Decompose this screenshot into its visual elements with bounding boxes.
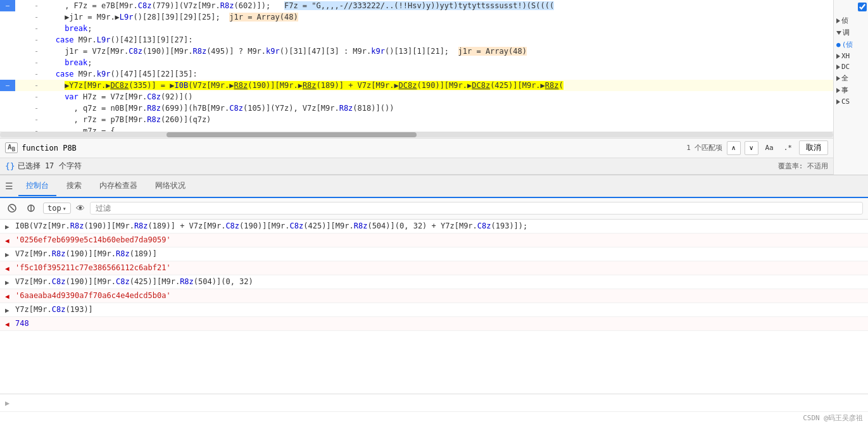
preserve-log-button[interactable] xyxy=(24,201,38,215)
entry-expand-icon-2[interactable]: ▶ xyxy=(5,249,15,259)
top-selector[interactable]: top ▾ xyxy=(43,203,71,214)
console-input[interactable] xyxy=(13,399,863,408)
line-dash-4: - xyxy=(32,34,44,46)
code-line-8: - ▶Y7z[M9r.▶DC8z(335)] = ▶I0B(V7z[M9r.▶R… xyxy=(0,80,833,91)
console-toolbar: top ▾ 👁 xyxy=(0,198,868,220)
line-dash-5: - xyxy=(32,46,44,57)
main-container: - , F7z = e7B[M9r.C8z(779)](V7z[M9r.R8z(… xyxy=(0,0,868,424)
sidebar-label-7: CS xyxy=(841,97,850,106)
console-input-area: ▶ xyxy=(0,394,868,411)
triangle-right-icon-0 xyxy=(836,18,840,23)
tab-network[interactable]: 网络状况 xyxy=(148,177,193,196)
watermark: CSDN @码王吴彦祖 xyxy=(0,411,868,424)
entry-text-6: Y7z[M9r.C8z(193)] xyxy=(15,305,863,314)
line-dash-11: - xyxy=(32,114,44,125)
search-prev-button[interactable]: ∧ xyxy=(727,141,741,155)
search-input[interactable] xyxy=(22,144,682,153)
entry-text-0: I0B(V7z[M9r.R8z(190)][M9r.R8z(189)] + V7… xyxy=(15,221,863,230)
entry-arrow-icon-1: ◀ xyxy=(5,235,15,245)
editor-area: - , F7z = e7B[M9r.C8z(779)](V7z[M9r.R8z(… xyxy=(0,0,868,175)
tab-search-label: 搜索 xyxy=(66,180,82,191)
tab-memory[interactable]: 内存检查器 xyxy=(92,177,145,196)
line-dash-6: - xyxy=(32,57,44,68)
console-entry-0: ▶ I0B(V7z[M9r.R8z(190)][M9r.R8z(189)] + … xyxy=(0,220,868,234)
watermark-text: CSDN @码王吴彦祖 xyxy=(803,414,863,422)
sidebar-label-4: DC xyxy=(841,63,850,71)
checkbox-row xyxy=(835,3,867,11)
line-dash-2: - xyxy=(32,11,44,23)
code-line-4: - case M9r.L9r()[42][13][9][27]: xyxy=(0,34,833,46)
console-entry-1: ◀ '0256ef7eb6999e5c14b60ebed7da9059' xyxy=(0,234,868,247)
clear-console-button[interactable] xyxy=(5,201,19,215)
search-count: 1 个匹配项 xyxy=(686,143,722,153)
sidebar-item-7[interactable]: CS xyxy=(835,97,867,106)
code-panel: - , F7z = e7B[M9r.C8z(779)](V7z[M9r.R8z(… xyxy=(0,0,833,175)
entry-text-5: '6aaeaba4d9390a7f70a6c4e4edcd5b0a' xyxy=(15,291,863,300)
line-dash-7: - xyxy=(32,68,44,80)
top-label: top xyxy=(47,204,61,213)
entry-text-3: 'f5c10f395211c77e386566112c6abf21' xyxy=(15,263,863,272)
sidebar-item-3[interactable]: XH xyxy=(835,51,867,61)
tab-bar: ☰ 控制台 搜索 内存检查器 网络状况 xyxy=(0,175,868,198)
sidebar-label-1: 调 xyxy=(843,28,850,37)
scrollbar-thumb[interactable] xyxy=(167,132,417,137)
sidebar-checkbox[interactable] xyxy=(858,3,867,11)
console-entry-7: ◀ 748 xyxy=(0,317,868,331)
line-content-10: , q7z = n0B[M9r.R8z(699)](h7B[M9r.C8z(10… xyxy=(44,103,833,114)
line-content-2: ▶j1r = M9r.▶L9r()[28][39][29][25]; j1r =… xyxy=(44,11,833,23)
tab-search[interactable]: 搜索 xyxy=(59,177,89,196)
code-line-3: - break; xyxy=(0,23,833,34)
line-content-6: break; xyxy=(44,57,833,68)
scrollbar-track[interactable] xyxy=(0,132,833,137)
sidebar-item-5[interactable]: 全 xyxy=(835,73,867,84)
sidebar-label-5: 全 xyxy=(841,73,848,83)
code-line-5: - j1r = V7z[M9r.C8z(190)][M9r.R8z(495)] … xyxy=(0,46,833,57)
eye-icon[interactable]: 👁 xyxy=(76,203,85,213)
console-output[interactable]: ▶ I0B(V7z[M9r.R8z(190)][M9r.R8z(189)] + … xyxy=(0,220,868,394)
line-content-4: case M9r.L9r()[42][13][9][27]: xyxy=(44,34,833,46)
code-line-2: - ▶j1r = M9r.▶L9r()[28][39][29][25]; j1r… xyxy=(0,11,833,23)
filter-input[interactable] xyxy=(90,202,863,215)
search-next-button[interactable]: ∨ xyxy=(745,141,758,155)
input-caret: ▶ xyxy=(5,399,9,408)
sidebar-item-1[interactable]: 调 xyxy=(835,27,867,38)
code-line-9: - var H7z = V7z[M9r.C8z(92)]() xyxy=(0,91,833,103)
line-content-7: case M9r.k9r()[47][45][22][35]: xyxy=(44,68,833,80)
line-marker-8 xyxy=(0,80,15,91)
entry-arrow-icon-5: ◀ xyxy=(5,291,15,301)
blue-dot-icon: ● xyxy=(836,41,841,49)
selection-bar: {} 已选择 17 个字符 覆盖率: 不适用 xyxy=(0,158,833,175)
entry-arrow-icon-7: ◀ xyxy=(5,319,15,328)
entry-expand-icon-4[interactable]: ▶ xyxy=(5,277,15,287)
sidebar-item-2[interactable]: ● (侦 xyxy=(835,39,867,50)
line-dash-9: - xyxy=(32,91,44,103)
right-sidebar: 侦 调 ● (侦 XH DC 全 xyxy=(833,0,868,175)
code-scrollbar[interactable] xyxy=(0,132,833,138)
regex-toggle[interactable]: .* xyxy=(781,142,795,154)
line-content-12: , m7z = { xyxy=(44,125,833,132)
line-content-11: , r7z = p7B[M9r.R8z(260)](q7z) xyxy=(44,114,833,125)
code-scroll[interactable]: - , F7z = e7B[M9r.C8z(779)](V7z[M9r.R8z(… xyxy=(0,0,833,132)
hamburger-icon[interactable]: ☰ xyxy=(5,181,13,191)
entry-expand-icon-0[interactable]: ▶ xyxy=(5,221,15,231)
entry-expand-icon-6[interactable]: ▶ xyxy=(5,305,15,315)
aa-toggle[interactable]: Aa xyxy=(762,142,777,154)
search-cancel-button[interactable]: 取消 xyxy=(799,140,828,155)
curly-icon: {} xyxy=(5,161,15,171)
entry-text-4: V7z[M9r.C8z(190)][M9r.C8z(425)][M9r.R8z(… xyxy=(15,277,863,286)
ab-icon: AB xyxy=(5,142,18,153)
code-line-10: - , q7z = n0B[M9r.R8z(699)](h7B[M9r.C8z(… xyxy=(0,103,833,114)
sidebar-item-0[interactable]: 侦 xyxy=(835,15,867,26)
sidebar-item-6[interactable]: 事 xyxy=(835,85,867,96)
search-bar: AB 1 个匹配项 ∧ ∨ Aa .* 取消 xyxy=(0,138,833,158)
tab-console-label: 控制台 xyxy=(26,180,49,191)
triangle-right-icon-4 xyxy=(836,65,840,70)
sidebar-item-4[interactable]: DC xyxy=(835,62,867,72)
line-content-9: var H7z = V7z[M9r.C8z(92)]() xyxy=(44,91,833,103)
line-content-5: j1r = V7z[M9r.C8z(190)][M9r.R8z(495)] ? … xyxy=(44,46,833,57)
line-content-3: break; xyxy=(44,23,833,34)
console-entry-3: ◀ 'f5c10f395211c77e386566112c6abf21' xyxy=(0,261,868,275)
line-dash-8: - xyxy=(32,80,44,91)
line-dash-1: - xyxy=(32,0,44,11)
tab-console[interactable]: 控制台 xyxy=(18,177,56,196)
